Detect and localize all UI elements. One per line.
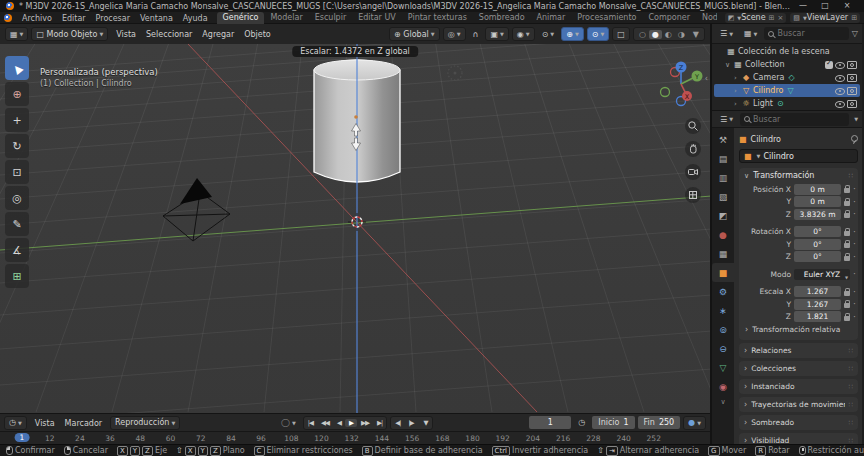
lock-icon[interactable] [844, 231, 850, 236]
tool-button[interactable]: ▲ [5, 56, 29, 80]
value-field[interactable]: 3.8326 m [794, 209, 841, 220]
prev-keyframe-button[interactable]: ◀◀ [317, 419, 333, 427]
tool-button[interactable]: ⊕ [5, 82, 29, 106]
scene-selector[interactable]: ◩▼ Scene ⊞ × [725, 13, 787, 23]
solid-shading-button[interactable]: ● [649, 30, 662, 39]
menu-item[interactable]: Vista [111, 30, 141, 39]
breadcrumb-object[interactable]: Cilindro [751, 135, 846, 144]
value-field[interactable]: 0 m [794, 184, 841, 195]
play-button[interactable]: ▶ [345, 419, 357, 427]
outliner-item-label[interactable]: Camera [753, 73, 784, 82]
collapsed-panel[interactable]: › Visibilidad ∷ [739, 433, 858, 444]
tabs-overflow-icon[interactable]: ∨ [712, 398, 734, 406]
outliner-display-mode-dropdown[interactable]: ☰▼ [716, 27, 737, 41]
play-reverse-button[interactable]: ◀ [333, 419, 345, 427]
workspace-tab[interactable]: Sombreado [473, 12, 531, 24]
tool-button[interactable]: ∡ [5, 238, 29, 262]
hide-eye-icon[interactable] [835, 86, 845, 96]
animate-dot-icon[interactable]: · [853, 289, 856, 295]
playback-dropdown[interactable]: Reproducción▼ [110, 416, 180, 430]
snap-settings-dropdown[interactable]: ▣▼ [485, 27, 508, 41]
animate-dot-icon[interactable]: · [853, 211, 856, 217]
filter-icon[interactable]: ▽ [852, 29, 858, 38]
disable-render-icon[interactable] [847, 60, 857, 69]
step-forward-button[interactable]: |▶ [404, 419, 417, 427]
menu-item[interactable]: Ayuda [178, 14, 213, 23]
minimize-button[interactable]: — [792, 0, 814, 12]
xray-toggle[interactable]: □ [612, 27, 630, 41]
properties-options-dropdown[interactable]: ▼ [854, 116, 858, 122]
properties-tab[interactable]: ▽ [712, 358, 734, 377]
auto-key-toggle[interactable]: ◯▼ [277, 416, 300, 430]
tool-button[interactable]: ⊞ [5, 264, 29, 288]
step-dropdown[interactable]: ▼ [420, 419, 432, 427]
outliner-item-label[interactable]: Colección de la escena [738, 47, 830, 56]
workspace-tab[interactable]: Procesamiento [571, 12, 642, 24]
gizmo-neg-y[interactable] [661, 88, 670, 97]
timeline-editor-type-button[interactable]: ◷▼ [4, 416, 27, 430]
menu-item[interactable]: Ventana [135, 14, 178, 23]
properties-tab[interactable]: ▧ [712, 187, 734, 206]
properties-tab[interactable]: ▥ [712, 168, 734, 187]
panel-drag-dots[interactable]: ∷ [849, 365, 853, 373]
outliner-item-label[interactable]: Cilindro [753, 86, 783, 95]
editor-type-button[interactable]: ▦▼ [5, 27, 28, 41]
outliner-row[interactable]: › ◆ Camera ◇ [714, 71, 860, 84]
pan-hand-button[interactable] [685, 141, 701, 157]
pin-icon[interactable] [850, 135, 858, 144]
shading-dropdown[interactable]: ▼ [690, 30, 702, 39]
value-field[interactable]: 0° [794, 226, 841, 237]
use-preview-range-toggle[interactable]: ◷ [574, 416, 589, 430]
outliner-search-input[interactable] [777, 29, 844, 38]
properties-tab[interactable]: ◉ [712, 377, 734, 396]
panel-drag-dots[interactable]: ∷ [849, 347, 853, 355]
expander-icon[interactable]: › [732, 100, 739, 108]
timeline-ruler[interactable]: 1122436486072849610812013214415616818019… [0, 431, 710, 444]
lock-icon[interactable] [844, 256, 850, 261]
lock-icon[interactable] [844, 303, 850, 308]
close-button[interactable]: × [836, 0, 858, 12]
properties-tab[interactable]: ▤ [712, 149, 734, 168]
next-keyframe-button[interactable]: ▶▶ [357, 419, 373, 427]
camera-object[interactable] [163, 178, 230, 241]
workspace-tab[interactable]: Modelar [264, 12, 308, 24]
outliner-item-label[interactable]: Light [753, 99, 773, 108]
outliner-row[interactable]: ▦ Colección de la escena [714, 45, 860, 58]
jump-to-end-button[interactable]: ▶| [373, 419, 386, 427]
outliner-row[interactable]: › ☼ Light ⊙ [714, 97, 860, 110]
rendered-shading-button[interactable]: ◑ [675, 30, 688, 39]
disable-render-icon[interactable] [847, 73, 857, 82]
expander-icon[interactable]: › [732, 87, 739, 95]
animate-dot-icon[interactable]: · [853, 241, 856, 247]
expander-icon[interactable]: ∨ [724, 61, 731, 69]
properties-tab[interactable]: ∗ [712, 301, 734, 320]
collapsed-panel[interactable]: › Sombreado ∷ [739, 415, 858, 430]
value-field[interactable]: Euler XYZ [794, 269, 850, 280]
3d-viewport[interactable]: Escalar: 1.4372 en Z global ▲⊕+↻⊡◎✎∡⊞ Pe… [0, 44, 710, 413]
hide-eye-icon[interactable] [835, 73, 845, 83]
value-field[interactable]: 0 m [794, 196, 841, 207]
properties-tab[interactable]: ⚙ [712, 282, 734, 301]
properties-tab[interactable]: ◩ [712, 206, 734, 225]
hide-eye-icon[interactable] [835, 99, 845, 109]
animate-dot-icon[interactable]: · [853, 301, 856, 307]
menu-item[interactable]: Agregar [197, 30, 239, 39]
camera-view-button[interactable] [685, 164, 701, 180]
relative-transform-subpanel[interactable]: › Transformación relativa [739, 323, 858, 336]
new-scene-icon[interactable]: ⊞ [769, 14, 775, 22]
workspace-tab[interactable]: Pintar texturas [402, 12, 473, 24]
navigation-gizmo[interactable]: Z Y X [653, 58, 709, 114]
workspace-tab[interactable]: Nodos de geometría [696, 12, 717, 24]
disable-render-icon[interactable] [847, 86, 857, 95]
menu-item[interactable]: Objeto [239, 30, 276, 39]
view-layer-selector[interactable]: ▧▼ ViewLayer ⊞ [790, 13, 860, 23]
disable-render-icon[interactable] [847, 99, 857, 108]
lock-icon[interactable] [844, 243, 850, 248]
tool-button[interactable]: ⊡ [5, 160, 29, 184]
unlink-scene-icon[interactable]: × [777, 14, 783, 22]
proportional-edit-dropdown[interactable]: ◉▼ [512, 27, 535, 41]
workspace-tab[interactable]: Editar UV [352, 12, 402, 24]
panel-drag-dots[interactable]: ∷ [849, 437, 853, 445]
snap-toggle[interactable]: ∩ [469, 27, 483, 41]
panel-drag-dots[interactable]: ∷ [849, 419, 853, 427]
